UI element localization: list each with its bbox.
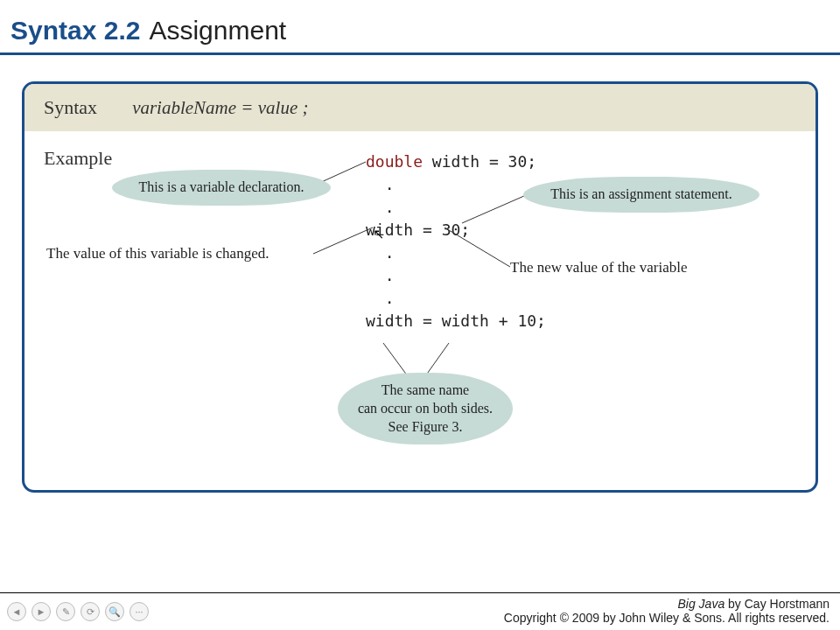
- syntax-code: variableName = value ;: [132, 97, 308, 119]
- footer-author: by Cay Horstmann: [724, 597, 830, 611]
- callout-same-name: The same name can occur on both sides. S…: [338, 373, 513, 444]
- title-number: Syntax 2.2: [10, 16, 140, 45]
- example-area: Example double width = 30; . . width = 3…: [24, 131, 816, 490]
- code-dots-1: . .: [366, 175, 395, 216]
- svg-line-2: [313, 228, 373, 254]
- syntax-row: Syntax variableName = value ;: [24, 84, 816, 131]
- example-label: Example: [44, 147, 112, 169]
- code-line-1: width = 30;: [423, 152, 536, 171]
- note-new-value: The new value of the variable: [510, 259, 688, 276]
- svg-line-0: [318, 162, 366, 184]
- callout-assignment: This is an assignment statement.: [523, 177, 760, 213]
- code-block: double width = 30; . . width = 30; . . .…: [366, 150, 546, 332]
- code-dots-2: . . .: [366, 243, 395, 307]
- page-title-bar: Syntax 2.2 Assignment: [0, 0, 840, 52]
- callout-declaration: This is a variable declaration.: [112, 170, 331, 206]
- footer: Big Java by Cay Horstmann Copyright © 20…: [0, 592, 840, 625]
- title-text: Assignment: [149, 16, 286, 45]
- footer-copyright: Copyright © 2009 by John Wiley & Sons. A…: [0, 611, 830, 625]
- footer-book-title: Big Java: [677, 597, 724, 611]
- title-underline: [0, 52, 840, 55]
- note-value-changed: The value of this variable is changed.: [46, 245, 269, 262]
- svg-line-5: [425, 343, 449, 376]
- syntax-label: Syntax: [44, 96, 97, 119]
- svg-line-4: [383, 343, 408, 376]
- code-line-3: width = width + 10;: [366, 312, 546, 330]
- code-line-2: width = 30;: [366, 220, 470, 239]
- keyword-double: double: [366, 152, 423, 171]
- syntax-diagram-box: Syntax variableName = value ; Example do…: [22, 81, 818, 493]
